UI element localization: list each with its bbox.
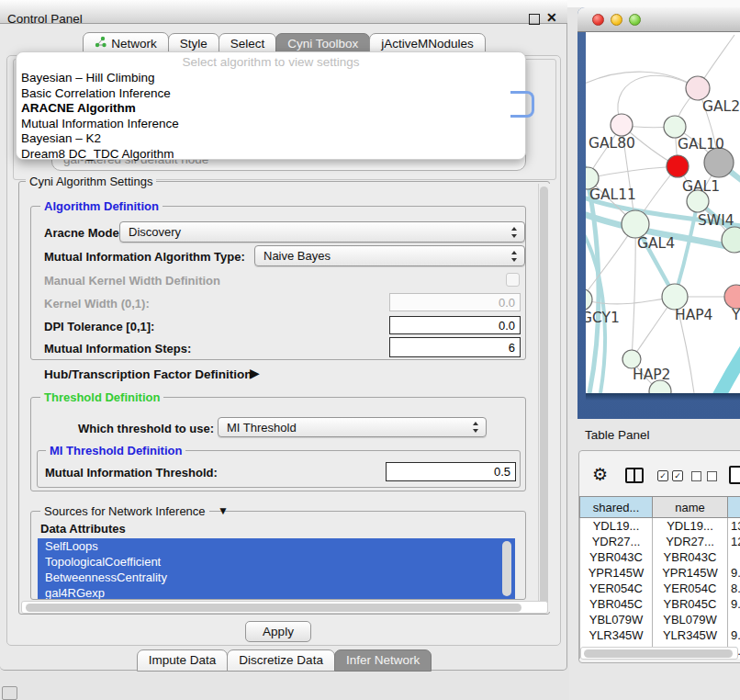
tab-cyni-toolbox-label: Cyni Toolbox (287, 37, 358, 51)
attribute-item-selfloops[interactable]: SelfLoops (38, 538, 515, 554)
collapse-icon[interactable]: ▼ (218, 504, 229, 517)
cell-name: YDR27... (653, 534, 728, 549)
expand-icon[interactable]: ▶ (250, 366, 260, 380)
which-threshold-value: MI Threshold (227, 421, 297, 435)
cell-value: 9. (728, 627, 740, 643)
data-attributes-label: Data Attributes (40, 522, 126, 536)
mi-algorithm-type-combo[interactable]: Naive Bayes (254, 245, 525, 266)
table-row[interactable]: YER054CYER054C8. (580, 581, 740, 596)
node-gal1[interactable] (667, 155, 689, 177)
checkbox-checked-icon: ✓ (657, 470, 668, 481)
settings-vertical-scrollbar (538, 184, 550, 612)
table-row[interactable]: YBR045CYBR045C9. (580, 596, 740, 612)
manual-kernel-width-label: Manual Kernel Width Definition (44, 274, 220, 288)
node-hap4[interactable] (662, 284, 688, 310)
column-header-name[interactable]: name (653, 497, 728, 518)
cell-shared: YBL079W (580, 612, 653, 627)
algorithm-item-bayesian-hill-climbing[interactable]: Bayesian – Hill Climbing (17, 71, 525, 86)
algorithm-item-basic-correlation[interactable]: Basic Correlation Inference (17, 86, 525, 102)
node-label-gal10: GAL10 (678, 136, 724, 152)
node-salmon[interactable] (724, 285, 740, 309)
network-canvas[interactable]: GAL2 GAL80 GAL10 GAL1 GAL11 SWI4 GAL4 GC… (586, 32, 740, 393)
node-gal2[interactable] (686, 76, 710, 100)
algorithm-item-bayesian-k2[interactable]: Bayesian – K2 (17, 131, 525, 147)
attribute-item-topologicalcoefficient[interactable]: TopologicalCoefficient (38, 554, 515, 570)
apply-button[interactable]: Apply (245, 621, 311, 642)
control-panel-header (0, 0, 567, 24)
table-row[interactable]: YLR345WYLR345W9. (580, 627, 740, 643)
combo-spinner-icon (473, 422, 479, 433)
cell-value: 9. (728, 596, 740, 612)
mi-algorithm-type-label: Mutual Information Algorithm Type: (44, 250, 245, 264)
node-label-gal4: GAL4 (637, 235, 675, 252)
kernel-width-value: 0.0 (499, 296, 515, 310)
table-horizontal-scrollbar-thumb[interactable] (584, 649, 733, 658)
node-hap2[interactable] (622, 350, 641, 368)
mi-steps-label: Mutual Information Steps: (44, 342, 191, 356)
mi-steps-field[interactable]: 6 (389, 337, 521, 357)
mi-threshold-group-title: MI Threshold Definition (46, 444, 185, 457)
checked-boxes-icon[interactable]: ✓ ✓ (657, 470, 683, 481)
which-threshold-combo[interactable]: MI Threshold (218, 417, 487, 437)
settings-horizontal-scrollbar (21, 601, 548, 614)
window-zoom-button[interactable] (629, 14, 641, 26)
tab-style-label: Style (180, 37, 207, 51)
node-gcy1[interactable] (586, 288, 592, 310)
kernel-width-field[interactable]: 0.0 (389, 293, 521, 311)
dpi-tolerance-label: DPI Tolerance [0,1]: (44, 320, 154, 333)
gear-icon[interactable]: ⚙ (592, 464, 608, 485)
dpi-tolerance-field[interactable]: 0.0 (389, 316, 521, 334)
split-panel-icon[interactable] (625, 468, 644, 483)
manual-kernel-width-checkbox[interactable] (506, 273, 520, 287)
cell-shared: YBR043C (580, 549, 653, 565)
tab-infer-network-label: Infer Network (346, 653, 420, 667)
close-icon[interactable]: ✕ (546, 10, 557, 25)
file-icon[interactable] (729, 466, 740, 484)
collapsed-panel-icon[interactable] (2, 686, 17, 700)
column-header-shared-name[interactable]: shared... (580, 497, 653, 518)
float-window-icon[interactable] (529, 14, 540, 25)
attributes-list-scrollbar-thumb[interactable] (502, 541, 511, 596)
cell-name: YER054C (653, 581, 728, 596)
cell-shared: YDL19... (580, 518, 653, 535)
unchecked-boxes-icon[interactable] (691, 471, 717, 481)
hub-definition-label[interactable]: Hub/Transcription Factor Definition (44, 367, 252, 381)
window-close-button[interactable] (592, 14, 604, 26)
settings-vertical-scrollbar-thumb[interactable] (540, 186, 548, 607)
tab-impute-data[interactable]: Impute Data (137, 649, 229, 672)
node-label-y: Y (732, 307, 740, 323)
mi-threshold-field[interactable]: 0.5 (386, 462, 516, 481)
attribute-item-gal4rgexp[interactable]: gal4RGexp (38, 585, 515, 599)
settings-horizontal-scrollbar-thumb[interactable] (26, 604, 521, 612)
sources-title[interactable]: Sources for Network Inference (40, 504, 209, 518)
node-gal10[interactable] (664, 116, 686, 138)
cell-shared: YPR145W (580, 565, 653, 581)
tab-discretize-data[interactable]: Discretize Data (227, 649, 335, 672)
column-header-partial[interactable] (728, 497, 740, 518)
tab-infer-network[interactable]: Infer Network (334, 649, 432, 672)
network-window-titlebar[interactable] (577, 7, 740, 32)
node-gal80[interactable] (611, 114, 633, 136)
algorithm-dropdown-popup: Select algorithm to view settings Bayesi… (16, 51, 526, 160)
node-label-gal1: GAL1 (682, 178, 720, 195)
table-row[interactable]: YBR043CYBR043C (580, 549, 740, 565)
attribute-item-betweennesscentrality[interactable]: BetweennessCentrality (38, 570, 515, 585)
cell-name: YLR345W (653, 627, 728, 643)
window-minimize-button[interactable] (611, 14, 622, 26)
cell-name: YBL079W (653, 612, 728, 627)
mi-algorithm-type-value: Naive Bayes (263, 249, 331, 263)
algorithm-item-aracne[interactable]: ARACNE Algorithm (17, 101, 525, 117)
algorithm-item-dream8[interactable]: Dream8 DC_TDC Algorithm (17, 147, 525, 163)
aracne-mode-combo[interactable]: Discovery (119, 221, 525, 243)
algorithm-item-mutual-information[interactable]: Mutual Information Inference (17, 117, 525, 132)
table-panel-title: Table Panel (585, 428, 650, 442)
cell-value: 9. (728, 565, 740, 581)
cyni-algorithm-settings-title: Cyni Algorithm Settings (26, 175, 156, 188)
cell-value: 12 (728, 534, 740, 549)
node-gal4[interactable] (622, 210, 649, 238)
table-row[interactable]: YDR27...YDR27...12 (580, 534, 740, 549)
table-row[interactable]: YBL079WYBL079W (580, 612, 740, 627)
table-row[interactable]: YPR145WYPR145W9. (580, 565, 740, 581)
table-row[interactable]: YDL19...YDL19...13 (580, 518, 740, 535)
checkbox-empty-icon (707, 471, 717, 481)
